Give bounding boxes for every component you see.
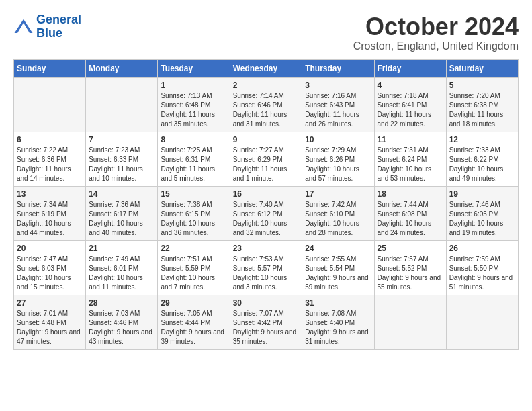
- day-info: Sunrise: 7:05 AM Sunset: 4:44 PM Dayligh…: [161, 309, 226, 347]
- calendar-cell: [86, 77, 158, 132]
- weekday-header-wednesday: Wednesday: [230, 59, 302, 77]
- day-number: 6: [17, 135, 83, 144]
- calendar-cell: 25Sunrise: 7:57 AM Sunset: 5:52 PM Dayli…: [374, 240, 446, 295]
- calendar-cell: 27Sunrise: 7:01 AM Sunset: 4:48 PM Dayli…: [14, 295, 86, 349]
- calendar-cell: [374, 295, 446, 349]
- day-number: 24: [305, 244, 371, 253]
- calendar-cell: 1Sunrise: 7:13 AM Sunset: 6:48 PM Daylig…: [158, 77, 230, 132]
- month-title: October 2024: [353, 13, 519, 40]
- calendar-cell: 2Sunrise: 7:14 AM Sunset: 6:46 PM Daylig…: [230, 77, 302, 132]
- day-number: 20: [17, 244, 83, 253]
- day-number: 23: [233, 244, 300, 253]
- weekday-header-sunday: Sunday: [14, 59, 86, 77]
- day-info: Sunrise: 7:36 AM Sunset: 6:17 PM Dayligh…: [89, 200, 154, 238]
- calendar-cell: 17Sunrise: 7:42 AM Sunset: 6:10 PM Dayli…: [302, 186, 374, 240]
- day-info: Sunrise: 7:25 AM Sunset: 6:31 PM Dayligh…: [161, 146, 226, 183]
- calendar-cell: 13Sunrise: 7:34 AM Sunset: 6:19 PM Dayli…: [14, 186, 86, 240]
- day-number: 13: [17, 189, 83, 199]
- calendar-cell: 28Sunrise: 7:03 AM Sunset: 4:46 PM Dayli…: [86, 295, 158, 349]
- day-number: 4: [378, 81, 443, 90]
- calendar-cell: 11Sunrise: 7:31 AM Sunset: 6:24 PM Dayli…: [374, 132, 446, 186]
- calendar-cell: 21Sunrise: 7:49 AM Sunset: 6:01 PM Dayli…: [86, 240, 158, 295]
- weekday-header-tuesday: Tuesday: [158, 59, 230, 77]
- day-info: Sunrise: 7:57 AM Sunset: 5:52 PM Dayligh…: [378, 255, 443, 292]
- day-number: 2: [233, 81, 300, 90]
- day-number: 26: [449, 244, 515, 253]
- day-info: Sunrise: 7:22 AM Sunset: 6:36 PM Dayligh…: [17, 146, 83, 183]
- day-info: Sunrise: 7:47 AM Sunset: 6:03 PM Dayligh…: [17, 255, 83, 292]
- calendar-cell: 23Sunrise: 7:53 AM Sunset: 5:57 PM Dayli…: [230, 240, 302, 295]
- day-info: Sunrise: 7:13 AM Sunset: 6:48 PM Dayligh…: [161, 91, 226, 129]
- calendar-cell: 7Sunrise: 7:23 AM Sunset: 6:33 PM Daylig…: [86, 132, 158, 186]
- calendar-cell: 9Sunrise: 7:27 AM Sunset: 6:29 PM Daylig…: [230, 132, 302, 186]
- day-number: 25: [378, 244, 443, 253]
- logo-text: General Blue: [36, 13, 81, 40]
- logo-line1: General: [36, 13, 81, 26]
- calendar-table: SundayMondayTuesdayWednesdayThursdayFrid…: [13, 59, 519, 350]
- calendar-cell: 19Sunrise: 7:46 AM Sunset: 6:05 PM Dayli…: [446, 186, 518, 240]
- week-row-4: 20Sunrise: 7:47 AM Sunset: 6:03 PM Dayli…: [14, 240, 519, 295]
- day-number: 14: [89, 189, 154, 199]
- calendar-cell: 12Sunrise: 7:33 AM Sunset: 6:22 PM Dayli…: [446, 132, 518, 186]
- day-info: Sunrise: 7:16 AM Sunset: 6:43 PM Dayligh…: [305, 91, 371, 129]
- day-info: Sunrise: 7:40 AM Sunset: 6:12 PM Dayligh…: [233, 200, 300, 238]
- day-number: 22: [161, 244, 226, 253]
- calendar-cell: 15Sunrise: 7:38 AM Sunset: 6:15 PM Dayli…: [158, 186, 230, 240]
- day-number: 17: [305, 189, 371, 199]
- calendar-cell: 3Sunrise: 7:16 AM Sunset: 6:43 PM Daylig…: [302, 77, 374, 132]
- header: General Blue October 2024 Croston, Engla…: [13, 13, 519, 52]
- calendar-cell: [446, 295, 518, 349]
- week-row-2: 6Sunrise: 7:22 AM Sunset: 6:36 PM Daylig…: [14, 132, 519, 186]
- day-info: Sunrise: 7:46 AM Sunset: 6:05 PM Dayligh…: [449, 200, 515, 238]
- day-number: 27: [17, 298, 83, 308]
- day-info: Sunrise: 7:03 AM Sunset: 4:46 PM Dayligh…: [89, 309, 154, 347]
- weekday-header-saturday: Saturday: [446, 59, 518, 77]
- calendar-cell: 31Sunrise: 7:08 AM Sunset: 4:40 PM Dayli…: [302, 295, 374, 349]
- day-number: 28: [89, 298, 154, 308]
- week-row-3: 13Sunrise: 7:34 AM Sunset: 6:19 PM Dayli…: [14, 186, 519, 240]
- day-info: Sunrise: 7:55 AM Sunset: 5:54 PM Dayligh…: [305, 255, 371, 292]
- title-area: October 2024 Croston, England, United Ki…: [353, 13, 519, 52]
- day-info: Sunrise: 7:18 AM Sunset: 6:41 PM Dayligh…: [378, 91, 443, 129]
- calendar-cell: 22Sunrise: 7:51 AM Sunset: 5:59 PM Dayli…: [158, 240, 230, 295]
- calendar-cell: 29Sunrise: 7:05 AM Sunset: 4:44 PM Dayli…: [158, 295, 230, 349]
- day-info: Sunrise: 7:42 AM Sunset: 6:10 PM Dayligh…: [305, 200, 371, 238]
- day-number: 5: [449, 81, 515, 90]
- day-number: 11: [378, 135, 443, 144]
- calendar-cell: 16Sunrise: 7:40 AM Sunset: 6:12 PM Dayli…: [230, 186, 302, 240]
- calendar-cell: 10Sunrise: 7:29 AM Sunset: 6:26 PM Dayli…: [302, 132, 374, 186]
- weekday-header-monday: Monday: [86, 59, 158, 77]
- day-info: Sunrise: 7:29 AM Sunset: 6:26 PM Dayligh…: [305, 146, 371, 183]
- location-title: Croston, England, United Kingdom: [353, 40, 519, 52]
- weekday-header-row: SundayMondayTuesdayWednesdayThursdayFrid…: [14, 59, 519, 77]
- day-info: Sunrise: 7:27 AM Sunset: 6:29 PM Dayligh…: [233, 146, 300, 183]
- week-row-1: 1Sunrise: 7:13 AM Sunset: 6:48 PM Daylig…: [14, 77, 519, 132]
- day-info: Sunrise: 7:49 AM Sunset: 6:01 PM Dayligh…: [89, 255, 154, 292]
- day-number: 12: [449, 135, 515, 144]
- day-info: Sunrise: 7:23 AM Sunset: 6:33 PM Dayligh…: [89, 146, 154, 183]
- calendar-cell: 20Sunrise: 7:47 AM Sunset: 6:03 PM Dayli…: [14, 240, 86, 295]
- calendar-cell: 24Sunrise: 7:55 AM Sunset: 5:54 PM Dayli…: [302, 240, 374, 295]
- weekday-header-friday: Friday: [374, 59, 446, 77]
- day-number: 21: [89, 244, 154, 253]
- day-number: 31: [305, 298, 371, 308]
- day-info: Sunrise: 7:34 AM Sunset: 6:19 PM Dayligh…: [17, 200, 83, 238]
- calendar-cell: 26Sunrise: 7:59 AM Sunset: 5:50 PM Dayli…: [446, 240, 518, 295]
- day-number: 7: [89, 135, 154, 144]
- weekday-header-thursday: Thursday: [302, 59, 374, 77]
- day-number: 30: [233, 298, 300, 308]
- week-row-5: 27Sunrise: 7:01 AM Sunset: 4:48 PM Dayli…: [14, 295, 519, 349]
- day-number: 3: [305, 81, 371, 90]
- day-info: Sunrise: 7:44 AM Sunset: 6:08 PM Dayligh…: [378, 200, 443, 238]
- day-number: 18: [378, 189, 443, 199]
- day-info: Sunrise: 7:51 AM Sunset: 5:59 PM Dayligh…: [161, 255, 226, 292]
- calendar-cell: 18Sunrise: 7:44 AM Sunset: 6:08 PM Dayli…: [374, 186, 446, 240]
- day-number: 10: [305, 135, 371, 144]
- calendar-cell: 4Sunrise: 7:18 AM Sunset: 6:41 PM Daylig…: [374, 77, 446, 132]
- day-info: Sunrise: 7:01 AM Sunset: 4:48 PM Dayligh…: [17, 309, 83, 347]
- day-number: 8: [161, 135, 226, 144]
- calendar-cell: 8Sunrise: 7:25 AM Sunset: 6:31 PM Daylig…: [158, 132, 230, 186]
- calendar-cell: 6Sunrise: 7:22 AM Sunset: 6:36 PM Daylig…: [14, 132, 86, 186]
- day-info: Sunrise: 7:14 AM Sunset: 6:46 PM Dayligh…: [233, 91, 300, 129]
- logo: General Blue: [13, 13, 81, 40]
